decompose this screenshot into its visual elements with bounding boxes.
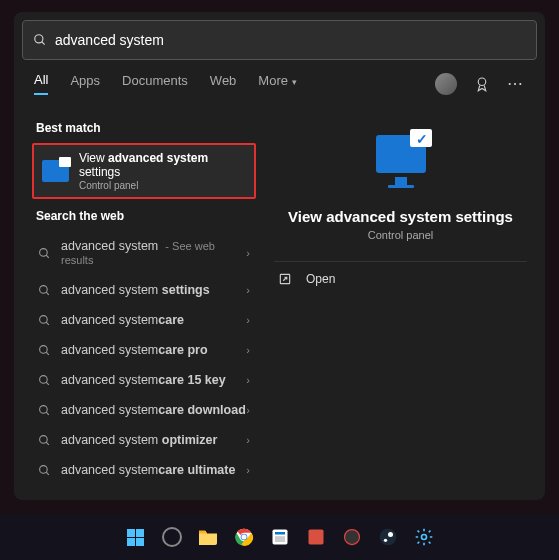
web-result-6[interactable]: advanced system optimizer› [32,425,256,455]
search-icon [38,374,51,387]
taskbar [0,514,559,560]
svg-line-6 [46,292,49,295]
svg-point-9 [40,345,48,353]
results-column: Best match View advanced system settings… [14,103,264,500]
svg-rect-24 [275,532,285,535]
chevron-right-icon: › [246,434,250,446]
web-result-4[interactable]: advanced systemcare 15 key› [32,365,256,395]
file-explorer-icon[interactable] [195,524,221,550]
control-panel-icon [42,160,69,182]
preview-subtitle: Control panel [368,229,433,241]
svg-point-15 [40,435,48,443]
filter-tabs: All Apps Documents Web More ▾ ⋯ [14,60,545,103]
svg-line-18 [46,472,49,475]
chevron-right-icon: › [246,314,250,326]
web-result-label: advanced systemcare ultimate [61,463,246,477]
open-action[interactable]: Open [274,262,527,296]
best-match-subtitle: Control panel [79,180,246,191]
open-label: Open [306,272,335,286]
web-result-label: advanced systemcare pro [61,343,246,357]
tab-apps[interactable]: Apps [70,73,100,94]
search-bar[interactable] [22,20,537,60]
chevron-right-icon: › [246,374,250,386]
web-result-label: advanced systemcare 15 key [61,373,246,387]
web-result-label: advanced system settings [61,283,246,297]
preview-title: View advanced system settings [288,208,513,225]
tab-more[interactable]: More ▾ [258,73,296,94]
svg-line-10 [46,352,49,355]
chevron-down-icon: ▾ [292,77,297,87]
svg-point-7 [40,315,48,323]
web-result-label: advanced systemcare [61,313,246,327]
rewards-icon[interactable] [473,75,491,93]
svg-line-16 [46,442,49,445]
best-match-heading: Best match [36,121,256,135]
svg-point-3 [40,248,48,256]
user-avatar[interactable] [435,73,457,95]
svg-point-27 [344,530,359,545]
svg-point-28 [379,529,396,546]
web-result-2[interactable]: advanced systemcare› [32,305,256,335]
app-icon-3[interactable] [339,524,365,550]
svg-rect-25 [275,536,285,542]
svg-line-4 [46,255,49,258]
svg-line-12 [46,382,49,385]
best-match-title: View advanced system settings [79,151,246,179]
preview-pane: ✓ View advanced system settings Control … [264,103,545,500]
chevron-right-icon: › [246,284,250,296]
web-result-0[interactable]: advanced system - See web results› [32,231,256,275]
search-icon [38,404,51,417]
svg-point-17 [40,465,48,473]
search-web-heading: Search the web [36,209,256,223]
search-input[interactable] [55,32,526,48]
web-result-7[interactable]: advanced systemcare ultimate› [32,455,256,485]
tab-documents[interactable]: Documents [122,73,188,94]
app-icon-2[interactable] [303,524,329,550]
search-icon [38,284,51,297]
search-icon [38,314,51,327]
svg-point-11 [40,375,48,383]
chevron-right-icon: › [246,247,250,259]
svg-point-0 [35,35,43,43]
svg-line-1 [42,42,45,45]
more-options-icon[interactable]: ⋯ [507,74,525,93]
tab-all[interactable]: All [34,72,48,95]
svg-rect-26 [308,530,323,545]
start-search-panel: All Apps Documents Web More ▾ ⋯ Best mat… [14,12,545,500]
steam-icon[interactable] [375,524,401,550]
start-button[interactable] [123,524,149,550]
preview-app-icon: ✓ [376,135,426,173]
web-result-5[interactable]: advanced systemcare download› [32,395,256,425]
svg-point-5 [40,285,48,293]
svg-line-14 [46,412,49,415]
svg-point-2 [478,78,486,86]
web-result-3[interactable]: advanced systemcare pro› [32,335,256,365]
web-result-label: advanced system - See web results [61,239,246,267]
svg-point-29 [388,532,393,537]
chevron-right-icon: › [246,404,250,416]
chevron-right-icon: › [246,344,250,356]
svg-point-30 [383,539,386,542]
search-icon [38,344,51,357]
web-result-1[interactable]: advanced system settings› [32,275,256,305]
svg-point-31 [421,535,426,540]
tab-web[interactable]: Web [210,73,237,94]
settings-icon[interactable] [411,524,437,550]
search-icon [38,464,51,477]
chevron-right-icon: › [246,464,250,476]
task-view-icon[interactable] [159,524,185,550]
search-icon [38,434,51,447]
app-icon-1[interactable] [267,524,293,550]
svg-point-13 [40,405,48,413]
search-icon [33,33,47,47]
search-icon [38,247,51,260]
best-match-result[interactable]: View advanced system settings Control pa… [32,143,256,199]
svg-line-8 [46,322,49,325]
web-result-label: advanced systemcare download [61,403,246,417]
svg-point-22 [241,535,246,540]
web-result-label: advanced system optimizer [61,433,246,447]
open-icon [278,272,292,286]
chrome-icon[interactable] [231,524,257,550]
